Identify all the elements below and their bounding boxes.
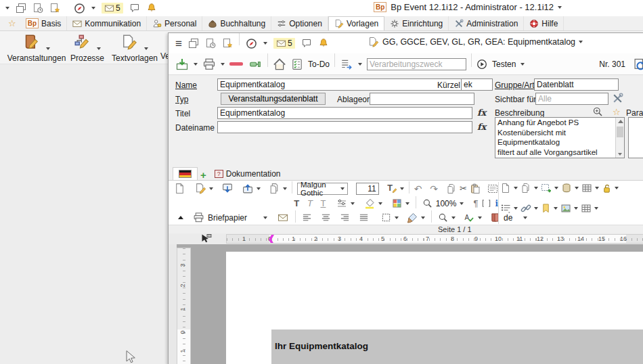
textvorlagen-caret[interactable] (144, 47, 148, 50)
todo-icon[interactable] (291, 58, 303, 70)
spellcheck-caret[interactable] (478, 217, 482, 219)
document-title-group[interactable]: GG, GGCE, GEV, GL, GR, GEA: Equipmentkat… (368, 37, 583, 47)
zoom-level[interactable]: 100% (436, 199, 457, 208)
list-item[interactable]: Equipmentkatalog (495, 137, 624, 147)
envelope-icon[interactable] (277, 212, 289, 223)
menu-hamburger-icon[interactable]: ≡ (175, 38, 182, 49)
database-field-icon[interactable] (561, 183, 572, 194)
scroll-down-icon[interactable] (618, 153, 622, 156)
document-save-caret[interactable] (534, 187, 538, 189)
edit-document-caret[interactable] (209, 187, 213, 190)
dictionary-language[interactable]: de (504, 213, 512, 223)
copy-icon[interactable] (446, 183, 457, 194)
configure-tools-icon[interactable] (612, 93, 623, 104)
horizontal-ruler[interactable]: 1 0 1 2 3 4 5 6 7 8 9 10 11 12 13 14 15 … (226, 234, 643, 244)
list-item[interactable]: filtert auf alle Vorgangsartikel (495, 147, 624, 158)
document-title-caret[interactable] (579, 41, 583, 43)
hyperlink-icon[interactable] (520, 203, 531, 214)
formatting-marks-icon[interactable]: ¶ (473, 198, 478, 208)
comment-icon[interactable] (129, 3, 140, 14)
compass-menu-caret[interactable] (263, 42, 267, 45)
titel-input[interactable] (217, 107, 472, 119)
delete-icon[interactable] (229, 62, 243, 66)
recent-document-icon[interactable] (32, 3, 43, 14)
mail-badge[interactable]: 5 (102, 3, 123, 14)
font-effects-caret[interactable] (400, 187, 404, 190)
table-icon[interactable] (581, 183, 592, 194)
typ-label[interactable]: Typ (175, 95, 188, 104)
briefpapier-label[interactable]: Briefpapier (208, 213, 247, 223)
redo-icon[interactable]: ↷ (430, 183, 438, 194)
tab-hilfe[interactable]: Hilfe (524, 16, 564, 30)
mail-badge[interactable]: 5 (273, 38, 295, 49)
document-header-band[interactable]: Ihr Equipmentkatalog (271, 329, 643, 364)
document-save-icon[interactable] (520, 183, 531, 194)
document-heading[interactable]: Ihr Equipmentkatalog (275, 341, 368, 351)
borders-caret[interactable] (395, 217, 399, 219)
align-center-icon[interactable] (321, 212, 331, 223)
beschreibung-listbox[interactable]: Anhang für Angebot PS Kostenübersicht mi… (495, 117, 625, 158)
quick-access-menu-caret[interactable] (5, 7, 9, 9)
list-export-caret[interactable] (358, 63, 362, 66)
tab-kommunikation[interactable]: Kommunikation (67, 16, 147, 30)
bell-icon[interactable] (146, 3, 157, 14)
insert-table-caret[interactable] (594, 207, 598, 210)
compass-icon[interactable] (74, 3, 85, 14)
list-item[interactable]: Kostenübersicht mit (495, 128, 624, 138)
paragraph-settings-caret[interactable] (351, 202, 355, 205)
lock-icon[interactable] (602, 183, 612, 194)
insert-table-icon[interactable] (581, 203, 592, 214)
compass-icon[interactable] (246, 38, 257, 49)
scrollbar[interactable] (615, 118, 624, 158)
testen-label[interactable]: Testen (492, 60, 516, 69)
export-caret[interactable] (257, 187, 261, 190)
typ-button[interactable]: Veranstaltungsdatenblatt (221, 93, 326, 105)
tab-buchhaltung[interactable]: Buchhaltung (202, 16, 271, 30)
hyperlink-caret[interactable] (534, 207, 538, 210)
zoom-caret[interactable] (460, 202, 464, 205)
windows-icon[interactable] (16, 3, 26, 14)
font-italic-icon[interactable]: T (305, 198, 315, 208)
briefpapier-printer-icon[interactable] (193, 212, 204, 223)
dateiname-input[interactable] (217, 121, 472, 133)
color-palette-icon[interactable] (392, 198, 402, 208)
collapse-panel-icon[interactable] (178, 216, 183, 219)
gruppe-art-input[interactable] (534, 78, 619, 91)
font-effects-icon[interactable] (386, 183, 397, 194)
insert-image-icon[interactable] (560, 203, 571, 214)
dateiname-formula-icon[interactable]: fx (477, 122, 486, 132)
ablageort-input[interactable] (370, 93, 474, 105)
font-bold-icon[interactable]: T (292, 198, 302, 208)
insert-image-caret[interactable] (574, 207, 578, 210)
compass-menu-caret[interactable] (91, 7, 95, 9)
home-icon[interactable] (273, 58, 286, 71)
app-title-caret[interactable] (558, 6, 562, 9)
verarbeitungszweck-input[interactable] (367, 58, 466, 70)
document-canvas[interactable]: 3 2 1 0 1 Ihr Equipmentkatalog (169, 244, 643, 364)
export-file-icon[interactable] (242, 183, 254, 194)
page-setup-caret[interactable] (514, 187, 518, 189)
zoom-icon[interactable] (422, 198, 433, 208)
tab-einrichtung[interactable]: Einrichtung (384, 16, 449, 30)
briefpapier-caret[interactable] (263, 217, 267, 219)
gruppe-art-label[interactable]: Gruppe/Art (495, 81, 535, 90)
print-caret[interactable] (221, 63, 225, 66)
todo-label[interactable]: To-Do (308, 60, 330, 69)
format-brush-icon[interactable] (407, 212, 418, 223)
scroll-up-icon[interactable] (618, 120, 623, 123)
tab-dokumentation[interactable]: ? Dokumentation (209, 167, 286, 180)
font-size-input[interactable] (356, 183, 379, 195)
bell-icon[interactable] (318, 38, 329, 49)
titel-formula-icon[interactable]: fx (477, 108, 486, 118)
select-all-icon[interactable] (487, 183, 498, 194)
tab-personal[interactable]: Personal (147, 16, 202, 30)
margin-marker[interactable] (269, 235, 275, 244)
recent-document-icon[interactable] (205, 38, 216, 49)
ribbon-item-veranstaltungen[interactable]: Veranstaltungen (3, 34, 70, 63)
add-language-icon[interactable]: + (200, 170, 206, 180)
cut-icon[interactable]: ✂ (460, 183, 467, 194)
align-justify-icon[interactable] (359, 212, 369, 223)
vertical-ruler[interactable]: 3 2 1 0 1 (177, 248, 191, 364)
connector-icon[interactable] (248, 58, 263, 70)
testen-play-icon[interactable] (476, 59, 487, 70)
